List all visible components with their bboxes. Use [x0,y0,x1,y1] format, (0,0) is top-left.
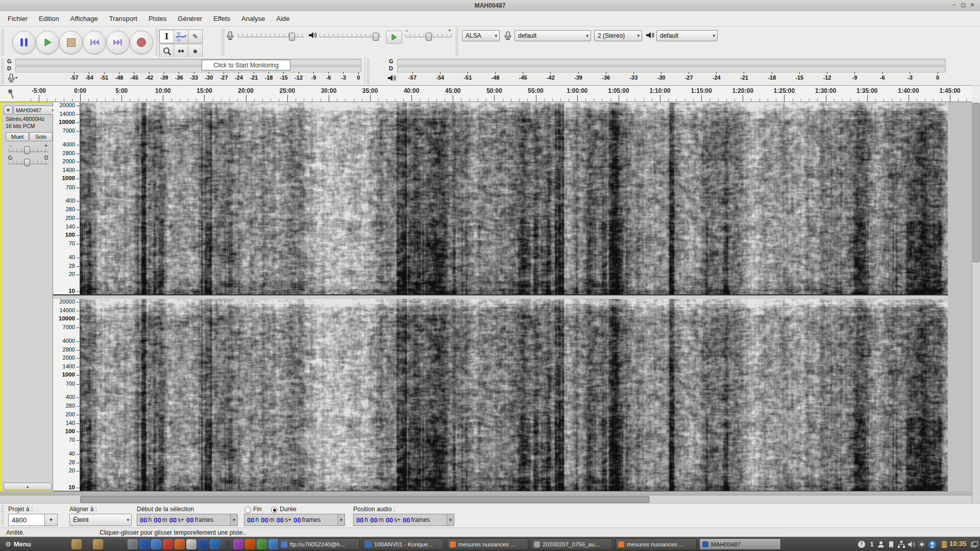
show-desktop-icon[interactable] [971,541,978,548]
audio-position-field[interactable]: 00h 00m 00s+ 00frames ▼ [353,514,454,526]
launcher-calculator-icon[interactable] [257,539,267,549]
tray-notifications-icon[interactable]: ! [857,540,866,548]
toolbar-grip[interactable] [155,29,158,55]
play-button[interactable] [36,31,59,54]
track-collapse-button[interactable]: ▴ [4,483,52,490]
tray-count-icon[interactable]: 1 [868,540,876,548]
menu-item-aide[interactable]: Aide [271,11,295,27]
launcher-video-player-icon[interactable] [128,539,138,549]
gain-slider-thumb[interactable] [24,146,30,154]
menu-item-effets[interactable]: Effets [208,11,236,27]
task-button-6[interactable]: MAH00487 [699,538,781,550]
selection-length-field[interactable]: 00h 00m 00s+ 00frames ▼ [244,514,345,526]
spectrogram-right-channel[interactable] [80,299,948,491]
launcher-folder-icon[interactable] [93,539,103,549]
play-meter-left-bar[interactable] [397,59,946,65]
taskbar-menu-button[interactable]: ⚙ Menu [2,538,34,550]
spectrogram-left-channel[interactable] [80,103,948,294]
launcher-firefox-icon[interactable] [175,539,185,549]
draw-tool-button[interactable]: ✎ [188,30,203,43]
launcher-chromium-icon[interactable] [151,539,161,549]
minimize-button[interactable]: – [950,2,958,9]
snap-to-select[interactable]: Éteint [69,514,132,526]
horizontal-scrollbar-thumb[interactable] [80,496,649,503]
tray-user-icon[interactable] [877,540,885,548]
tray-network-icon[interactable] [897,540,905,548]
title-bar[interactable]: MAH00487 – ▢ ✕ [0,0,980,12]
meter-grip[interactable] [1,59,4,84]
recording-volume-slider[interactable] [238,31,304,42]
launcher-display-icon[interactable] [268,539,279,549]
launcher-audacity-icon[interactable] [198,539,208,549]
task-button-1[interactable]: ftp://u76052240@h... [278,538,360,550]
toolbar-grip[interactable] [1,29,4,55]
menu-item-pistes[interactable]: Pistes [143,11,172,27]
project-rate-dropdown[interactable]: ▼ [44,514,58,526]
close-button[interactable]: ✕ [969,2,976,9]
pause-button[interactable] [12,31,36,54]
frequency-axis-right-channel[interactable]: 2000014000100007000400028002000140010007… [53,299,80,491]
input-device-select[interactable]: default [514,30,591,41]
play-at-speed-button[interactable] [386,31,402,44]
output-device-select[interactable]: default [656,30,718,41]
toolbar-grip[interactable] [222,29,225,55]
selection-end-radio[interactable] [244,507,251,513]
chevron-down-icon[interactable]: ▼ [337,514,345,525]
chevron-down-icon[interactable]: ▼ [230,514,237,525]
track-close-button[interactable]: ✕ [4,106,13,115]
task-button-5[interactable]: mesures nuisances ... [615,538,697,550]
record-meter-mic-icon[interactable] [7,73,16,83]
forward-button[interactable] [106,31,130,54]
envelope-tool-button[interactable] [174,30,188,43]
menu-item-affichage[interactable]: Affichage [65,11,104,27]
record-meter-dropdown-icon[interactable]: ▾ [15,76,17,80]
track-title-menu[interactable]: MAH00487▼ [13,106,58,115]
play-speed-thumb[interactable] [426,33,432,41]
tray-brightness-icon[interactable] [918,540,926,548]
timeline-ruler[interactable] [0,85,972,102]
pan-slider-thumb[interactable] [24,159,30,166]
task-button-3[interactable]: mesures nuisances ... [447,538,528,550]
menu-item-analyse[interactable]: Analyse [236,11,271,27]
playback-volume-thumb[interactable] [373,33,379,41]
record-meter-left-bar[interactable] [15,59,361,65]
multi-tool-button[interactable]: * [188,44,203,58]
task-button-4[interactable]: 20200207_0756_au... [531,538,612,550]
tray-volume-icon[interactable] [908,540,916,548]
frequency-axis-left-channel[interactable]: 2000014000100007000400028002000140010007… [53,103,80,294]
launcher-thunderbird-icon[interactable] [139,539,150,549]
zoom-tool-button[interactable] [159,44,174,58]
task-button-2[interactable]: 100ANV01 - Konque... [362,538,444,550]
record-button[interactable] [130,31,153,54]
vertical-scrollbar-thumb[interactable] [973,103,979,262]
launcher-file-manager-icon[interactable] [71,539,82,549]
launcher-media-player-icon[interactable] [210,539,220,549]
menu-item-fichier[interactable]: Fichier [2,11,33,27]
tray-clipboard-icon[interactable] [940,540,948,548]
meter-grip[interactable] [366,59,370,84]
mute-button[interactable]: Muet [6,132,29,141]
play-speed-slider[interactable] [405,31,452,42]
selection-tool-button[interactable]: I [159,30,174,43]
launcher-photo-tool-icon[interactable] [233,539,243,549]
toolbar-grip[interactable] [455,29,458,55]
menu-item-edition[interactable]: Edition [33,11,65,27]
maximize-button[interactable]: ▢ [960,2,967,9]
launcher-vlc-icon[interactable] [245,539,255,549]
project-rate-value[interactable]: 4800 [8,514,45,526]
timeshift-tool-button[interactable]: ↔ [174,44,188,58]
tray-accessibility-icon[interactable] [928,540,936,548]
tray-phone-icon[interactable] [887,540,895,548]
selection-start-field[interactable]: 00h 00m 00s+ 00frames ▼ [137,514,238,526]
rewind-button[interactable] [83,31,106,54]
solo-button[interactable]: Solo [29,132,53,141]
playback-volume-slider[interactable] [320,31,381,42]
launcher-text-editor-icon[interactable] [186,539,197,549]
launcher-chrome-icon[interactable] [163,539,173,549]
launcher-recorder-icon[interactable] [222,539,232,549]
selection-length-radio[interactable] [271,507,278,513]
menu-item-transport[interactable]: Transport [104,11,143,27]
input-channels-select[interactable]: 2 (Stereo) [594,30,642,41]
play-meter-speaker-icon[interactable] [387,74,396,82]
recording-volume-thumb[interactable] [289,33,295,41]
